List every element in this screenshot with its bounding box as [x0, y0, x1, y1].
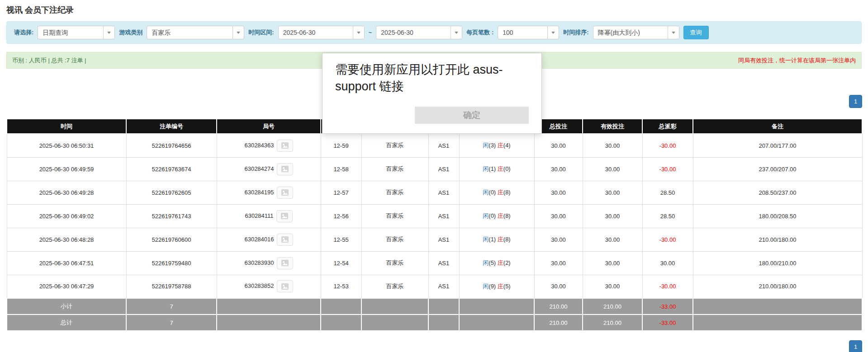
cell-time: 2025-06-30 06:48:28 [7, 228, 126, 251]
video-replay-icon[interactable] [277, 187, 293, 199]
banker-label: 庄 [498, 142, 503, 149]
date-separator: ~ [369, 29, 372, 36]
cell-time: 2025-06-30 06:49:02 [7, 204, 126, 228]
subtotal-count: 7 [126, 298, 217, 314]
cell-round-id: 630284363 [217, 134, 321, 157]
cell-result: 闲(1) 庄(0) [459, 157, 534, 181]
round-id-value: 630284274 [244, 165, 274, 172]
player-label: 闲 [483, 165, 489, 172]
player-score: (5) [489, 259, 496, 266]
player-label: 闲 [483, 189, 489, 196]
cell-table: AS1 [428, 134, 459, 157]
table-row: 2025-06-30 06:50:31 522619764656 6302843… [7, 134, 862, 157]
table-row: 2025-06-30 06:47:51 522619759480 6302839… [7, 251, 862, 275]
cell-round-id: 630283930 [217, 251, 321, 275]
cell-bet-id: 522619761743 [126, 204, 217, 228]
cell-session: 12-53 [321, 275, 361, 298]
subtotal-row: 小计 7 210.00 210.00 -33.00 [7, 298, 862, 314]
player-label: 闲 [483, 283, 489, 290]
cell-bet-id: 522619763674 [126, 157, 217, 181]
cell-game: 百家乐 [361, 204, 428, 228]
chevron-down-icon[interactable] [103, 26, 115, 39]
video-replay-icon[interactable] [277, 280, 293, 292]
chevron-down-icon[interactable] [232, 26, 244, 39]
player-label: 闲 [483, 259, 489, 266]
cell-bet-id: 522619764656 [126, 134, 217, 157]
pagination-page-1-top[interactable]: 1 [849, 95, 862, 108]
search-button[interactable]: 查询 [683, 26, 709, 39]
cell-valid-bet: 30.00 [583, 275, 642, 298]
cell-total-bet[interactable]: 30.00 [534, 228, 583, 251]
date-from-value[interactable]: 2025-06-30 [278, 26, 353, 39]
chevron-down-icon[interactable] [547, 26, 559, 39]
banker-score: (8) [503, 189, 511, 196]
video-replay-icon[interactable] [277, 140, 293, 152]
sort-combobox: 降幂(由大到小) [593, 26, 679, 39]
chevron-down-icon[interactable] [353, 26, 365, 39]
header-bet-id: 注单编号 [126, 119, 217, 134]
game-type-value[interactable]: 百家乐 [147, 26, 232, 39]
cell-valid-bet: 30.00 [583, 181, 642, 204]
total-row: 总计 7 210.00 210.00 -33.00 [7, 314, 862, 331]
banker-label: 庄 [498, 212, 503, 219]
cell-total-bet[interactable]: 30.00 [534, 181, 583, 204]
cell-session: 12-59 [321, 134, 361, 157]
cell-round-id: 630284016 [217, 228, 321, 251]
date-from-combobox: 2025-06-30 [278, 26, 365, 39]
player-score: (1) [489, 236, 496, 243]
cell-total-bet[interactable]: 30.00 [534, 204, 583, 228]
video-replay-icon[interactable] [276, 210, 293, 222]
cell-payout: -30.00 [642, 157, 693, 181]
cell-payout: -30.00 [642, 134, 693, 157]
sort-value[interactable]: 降幂(由大到小) [593, 26, 668, 39]
header-remark: 备注 [693, 119, 862, 134]
page-size-value[interactable]: 100 [498, 26, 547, 39]
cell-bet-id: 522619762605 [126, 181, 217, 204]
date-to-value[interactable]: 2025-06-30 [376, 26, 451, 39]
video-replay-icon[interactable] [277, 163, 293, 175]
cell-session: 12-54 [321, 251, 361, 275]
cell-round-id: 630283852 [217, 275, 321, 298]
cell-session: 12-58 [321, 157, 361, 181]
banker-score: (8) [503, 212, 511, 219]
game-type-combobox: 百家乐 [147, 26, 244, 39]
player-label: 闲 [483, 236, 489, 243]
round-id-value: 630283852 [244, 282, 274, 289]
confirm-button[interactable]: 确定 [415, 107, 529, 124]
cell-result: 闲(0) 庄(8) [459, 204, 534, 228]
video-replay-icon[interactable] [277, 257, 293, 269]
banker-score: (0) [503, 165, 511, 172]
header-valid-bet: 有效投注 [583, 119, 642, 134]
cell-game: 百家乐 [361, 251, 428, 275]
cell-valid-bet: 30.00 [583, 228, 642, 251]
cell-total-bet[interactable]: 30.00 [534, 251, 583, 275]
table-row: 2025-06-30 06:48:28 522619760600 6302840… [7, 228, 862, 251]
pagination-page-1-bottom[interactable]: 1 [849, 340, 862, 352]
banker-score: (2) [503, 259, 511, 266]
query-type-value[interactable]: 日期查询 [38, 26, 103, 39]
banker-label: 庄 [498, 283, 503, 290]
cell-time: 2025-06-30 06:50:31 [7, 134, 126, 157]
chevron-down-icon[interactable] [451, 26, 462, 39]
round-id-value: 630284111 [245, 212, 273, 219]
player-label: 闲 [483, 142, 489, 149]
table-body: 2025-06-30 06:50:31 522619764656 6302843… [7, 134, 862, 298]
banker-label: 庄 [498, 189, 503, 196]
currency-summary-text: 币别 : 人民币 | 总共 :7 注单 | [12, 56, 86, 65]
video-replay-icon[interactable] [277, 234, 293, 246]
valid-bet-notice: 同局有效投注，统一计算在该局第一张注单内 [738, 56, 856, 65]
banker-score: (8) [503, 236, 511, 243]
cell-table: AS1 [428, 204, 459, 228]
cell-result: 闲(9) 庄(5) [459, 275, 534, 298]
cell-total-bet[interactable]: 30.00 [534, 157, 583, 181]
dialog-message: 需要使用新应用以打开此 asus-support 链接 [335, 61, 529, 95]
cell-game: 百家乐 [361, 134, 428, 157]
total-label: 总计 [7, 314, 126, 331]
table-row: 2025-06-30 06:49:02 522619761743 6302841… [7, 204, 862, 228]
cell-total-bet[interactable]: 30.00 [534, 275, 583, 298]
total-count: 7 [126, 314, 217, 331]
chevron-down-icon[interactable] [668, 26, 679, 39]
subtotal-total-bet: 210.00 [534, 298, 583, 314]
cell-total-bet[interactable]: 30.00 [534, 134, 583, 157]
cell-game: 百家乐 [361, 157, 428, 181]
